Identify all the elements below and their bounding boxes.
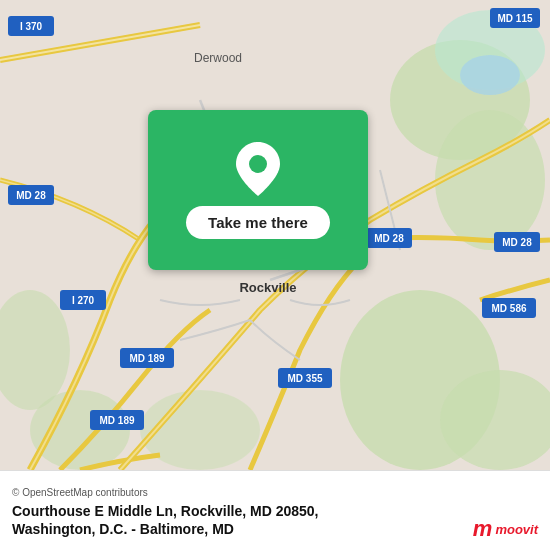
moovit-m-icon: m xyxy=(473,516,493,542)
svg-text:Derwood: Derwood xyxy=(194,51,242,65)
svg-text:MD 355: MD 355 xyxy=(287,373,322,384)
bottom-bar: © OpenStreetMap contributors Courthouse … xyxy=(0,470,550,550)
svg-text:MD 28: MD 28 xyxy=(16,190,46,201)
location-card: Take me there xyxy=(148,110,368,270)
svg-text:MD 586: MD 586 xyxy=(491,303,526,314)
take-me-there-button[interactable]: Take me there xyxy=(186,206,330,239)
svg-text:MD 115: MD 115 xyxy=(497,13,532,24)
svg-text:I 270: I 270 xyxy=(72,295,95,306)
svg-point-34 xyxy=(249,155,267,173)
svg-point-9 xyxy=(460,55,520,95)
location-pin-icon xyxy=(236,142,280,196)
location-line2: Washington, D.C. - Baltimore, MD xyxy=(12,521,234,537)
location-title: Courthouse E Middle Ln, Rockville, MD 20… xyxy=(12,502,538,538)
svg-text:Rockville: Rockville xyxy=(239,280,296,295)
svg-text:I 370: I 370 xyxy=(20,21,43,32)
osm-credit: © OpenStreetMap contributors xyxy=(12,487,538,498)
moovit-text: moovit xyxy=(495,522,538,537)
svg-text:MD 28: MD 28 xyxy=(502,237,532,248)
map-container: I 370 MD 115 MD 28 MD 28 MD 28 I 270 MD … xyxy=(0,0,550,470)
location-line1: Courthouse E Middle Ln, Rockville, MD 20… xyxy=(12,503,319,519)
svg-text:MD 189: MD 189 xyxy=(99,415,134,426)
svg-text:MD 28: MD 28 xyxy=(374,233,404,244)
moovit-logo: m moovit xyxy=(473,516,538,542)
osm-credit-text: © OpenStreetMap contributors xyxy=(12,487,148,498)
svg-text:MD 189: MD 189 xyxy=(129,353,164,364)
